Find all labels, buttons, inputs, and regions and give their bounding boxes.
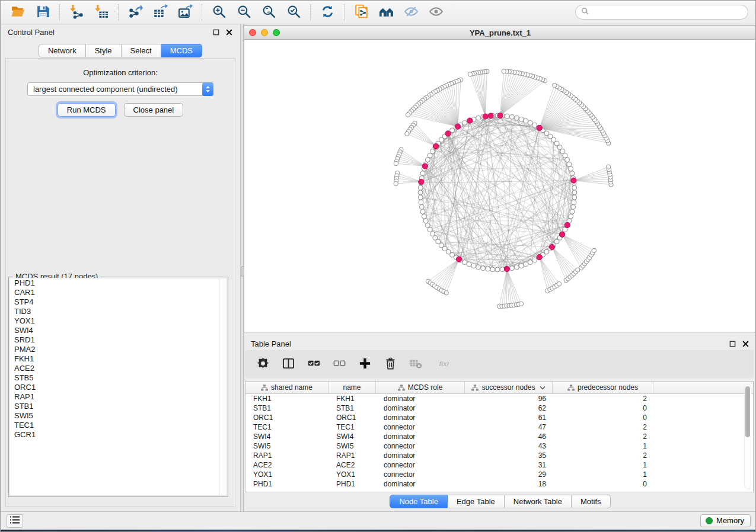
tab-mcds[interactable]: MCDS — [161, 44, 202, 57]
cell-MCDS-role[interactable]: dominator — [376, 394, 465, 403]
close-panel-button[interactable]: Close panel — [124, 103, 184, 117]
mcds-hub-node[interactable] — [445, 131, 451, 136]
hide-selected-button[interactable] — [398, 3, 423, 22]
network-node[interactable] — [425, 223, 430, 227]
cell-shared-name[interactable]: RAP1 — [245, 451, 328, 460]
tab-select[interactable]: Select — [122, 44, 161, 57]
network-node[interactable] — [572, 185, 577, 190]
network-node[interactable] — [423, 219, 428, 223]
list-scrollbar-track[interactable] — [219, 278, 227, 495]
network-node[interactable] — [471, 264, 476, 268]
network-node[interactable] — [476, 265, 481, 270]
mcds-result-item[interactable]: FKH1 — [10, 354, 227, 364]
first-neighbors-button[interactable] — [374, 3, 398, 22]
network-node[interactable] — [567, 162, 572, 166]
mcds-hub-node[interactable] — [455, 124, 460, 129]
network-node[interactable] — [572, 200, 576, 204]
network-node[interactable] — [468, 72, 472, 76]
network-canvas[interactable] — [244, 40, 756, 332]
network-node[interactable] — [422, 214, 426, 219]
cell-name[interactable]: PHD1 — [328, 479, 376, 489]
mcds-result-item[interactable]: ORC1 — [10, 383, 227, 392]
mcds-result-item[interactable]: STB5 — [10, 373, 227, 383]
network-node[interactable] — [514, 116, 519, 120]
tab-node-table[interactable]: Node Table — [390, 495, 448, 508]
tab-motifs[interactable]: Motifs — [572, 495, 611, 508]
network-node[interactable] — [524, 118, 528, 123]
close-panel-icon[interactable] — [225, 28, 233, 37]
cell-MCDS-role[interactable]: dominator — [376, 451, 465, 460]
cell-successor-nodes[interactable]: 18 — [465, 479, 553, 489]
import-network-button[interactable] — [64, 3, 89, 22]
delete-column-button[interactable] — [382, 357, 398, 372]
float-panel-icon[interactable] — [212, 28, 220, 37]
network-node[interactable] — [418, 190, 423, 195]
network-graph[interactable] — [244, 40, 756, 332]
network-node[interactable] — [528, 260, 532, 265]
network-node[interactable] — [553, 83, 557, 87]
zoom-fit-button[interactable] — [256, 3, 281, 22]
table-row[interactable]: STB1STB1dominator620 — [245, 403, 753, 413]
network-node[interactable] — [476, 116, 481, 120]
show-all-button[interactable] — [423, 3, 448, 22]
zoom-in-button[interactable] — [206, 3, 231, 22]
cell-predecessor-nodes[interactable]: 1 — [553, 441, 653, 451]
network-node[interactable] — [502, 69, 506, 73]
table-row[interactable]: FKH1FKH1dominator962 — [245, 394, 753, 403]
refresh-button[interactable] — [315, 3, 340, 22]
network-node[interactable] — [425, 158, 430, 162]
cell-MCDS-role[interactable]: dominator — [376, 413, 465, 422]
network-node[interactable] — [481, 266, 486, 271]
table-row[interactable]: PHD1PHD1dominator180 — [245, 479, 753, 489]
cell-name[interactable]: ACE2 — [328, 460, 376, 470]
tab-edge-table[interactable]: Edge Table — [448, 495, 505, 508]
cell-successor-nodes[interactable]: 47 — [465, 422, 553, 432]
mcds-result-item[interactable]: PHD1 — [10, 278, 227, 288]
network-node[interactable] — [486, 267, 490, 271]
network-node[interactable] — [418, 185, 423, 190]
network-node[interactable] — [394, 181, 398, 185]
cell-predecessor-nodes[interactable]: 1 — [553, 470, 653, 479]
mcds-hub-node[interactable] — [549, 244, 554, 249]
table-scrollbar-track[interactable] — [744, 384, 751, 489]
network-node[interactable] — [565, 158, 570, 162]
column-header-successor-nodes[interactable]: successor nodes — [465, 382, 553, 393]
cell-shared-name[interactable]: ACE2 — [245, 460, 328, 470]
search-field[interactable] — [575, 5, 748, 20]
column-header-MCDS-role[interactable]: MCDS role — [376, 382, 465, 393]
mcds-result-item[interactable]: CAR1 — [10, 288, 227, 297]
network-node[interactable] — [420, 171, 425, 176]
mcds-hub-node[interactable] — [419, 179, 424, 184]
mcds-result-item[interactable]: YOX1 — [10, 316, 227, 326]
column-header-shared-name[interactable]: shared name — [245, 382, 328, 393]
mcds-result-list[interactable]: PHD1CAR1STP4TID3YOX1SWI4SRD1PMA2FKH1ACE2… — [9, 278, 227, 496]
mcds-hub-node[interactable] — [467, 118, 473, 123]
network-node[interactable] — [606, 165, 610, 169]
network-node[interactable] — [419, 204, 424, 209]
mcds-result-item[interactable]: ACE2 — [10, 364, 227, 373]
mcds-hub-node[interactable] — [456, 257, 461, 262]
cell-name[interactable]: YOX1 — [328, 470, 376, 479]
search-input[interactable] — [592, 8, 742, 17]
mcds-hub-node[interactable] — [537, 125, 542, 130]
cell-shared-name[interactable]: PHD1 — [245, 479, 328, 489]
mcds-hub-node[interactable] — [433, 143, 439, 149]
cell-shared-name[interactable]: FKH1 — [245, 394, 328, 403]
cell-predecessor-nodes[interactable]: 0 — [553, 403, 653, 413]
mcds-hub-node[interactable] — [559, 232, 564, 237]
mcds-hub-node[interactable] — [483, 114, 488, 119]
cell-successor-nodes[interactable]: 96 — [465, 394, 553, 403]
network-node[interactable] — [570, 171, 575, 176]
optimization-criterion-select[interactable]: largest connected component (undirected) — [27, 82, 213, 96]
run-mcds-button[interactable]: Run MCDS — [58, 103, 116, 117]
mcds-result-item[interactable]: RAP1 — [10, 392, 227, 402]
network-node[interactable] — [569, 214, 573, 219]
network-node[interactable] — [462, 120, 467, 125]
network-node[interactable] — [570, 209, 575, 214]
network-node[interactable] — [592, 248, 596, 252]
cell-successor-nodes[interactable]: 61 — [465, 413, 553, 422]
cell-MCDS-role[interactable]: dominator — [376, 403, 465, 413]
network-node[interactable] — [532, 258, 537, 262]
zoom-selected-button[interactable] — [281, 3, 306, 22]
cell-shared-name[interactable]: ORC1 — [245, 413, 328, 422]
